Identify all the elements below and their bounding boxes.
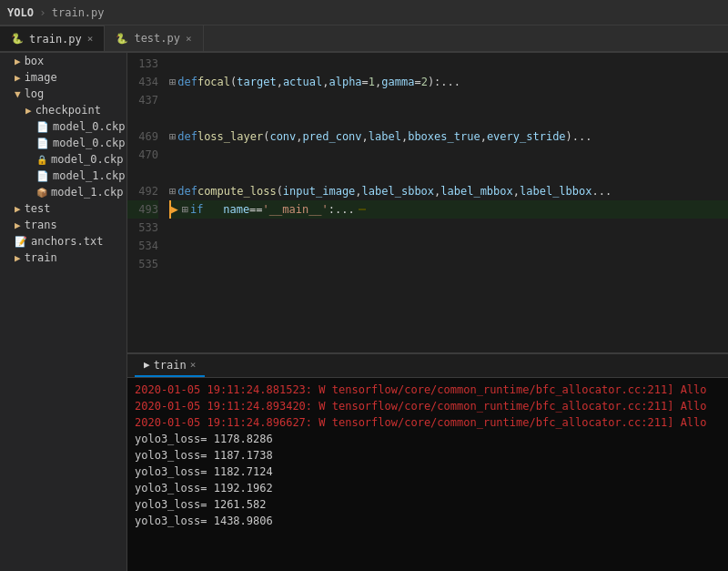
collapse-icon[interactable]: ⊞ — [182, 200, 188, 219]
terminal-tab-close[interactable]: × — [190, 359, 197, 371]
collapse-icon[interactable]: ⊞ — [169, 73, 176, 91]
term-line-9: yolo3_loss= 1438.9806 — [135, 513, 721, 529]
terminal-body: 2020-01-05 19:11:24.881523: W tensorflow… — [127, 378, 728, 533]
sidebar-item-checkpoint[interactable]: ▶ checkpoint — [0, 102, 126, 118]
term-line-4: yolo3_loss= 1178.8286 — [135, 431, 721, 447]
code-line-470 — [169, 146, 728, 164]
top-bar: YOLO › train.py — [0, 0, 728, 25]
code-line-blank2 — [169, 164, 728, 182]
separator: › — [39, 5, 46, 19]
sidebar-item-model1-1[interactable]: 📄 model_1.ckp — [0, 168, 126, 184]
folder-closed-icon: ▶ — [25, 105, 32, 117]
collapse-icon[interactable]: ⊞ — [169, 182, 176, 200]
term-line-1: 2020-01-05 19:11:24.881523: W tensorflow… — [135, 382, 721, 398]
sidebar: ▶ box ▶ image ▼ log ▶ checkpoint 📄 model… — [0, 53, 127, 571]
sidebar-item-model0-2[interactable]: 📄 model_0.ckp — [0, 135, 126, 151]
code-line-535 — [169, 255, 728, 273]
folder-closed-icon: ▶ — [15, 56, 21, 67]
tab-test-close[interactable]: × — [186, 33, 192, 45]
tab-test-label: test.py — [134, 32, 180, 45]
folder-open-icon: ▼ — [15, 88, 21, 100]
terminal-tab-label: train — [154, 359, 187, 372]
editor: 133 434 437 469 470 492 493 533 534 535 — [127, 53, 728, 352]
sidebar-label-anchors: anchors.txt — [31, 235, 103, 248]
sidebar-item-trans[interactable]: ▶ trans — [0, 217, 126, 233]
tab-train-label: train.py — [29, 33, 82, 46]
term-line-3: 2020-01-05 19:11:24.896627: W tensorflow… — [135, 414, 721, 431]
ckp-orange-icon: 📦 — [36, 188, 47, 198]
ckp-file-icon: 📄 — [36, 170, 49, 182]
sidebar-label-model1-1: model_1.ckp — [53, 169, 125, 182]
code-line-434: ⊞ def focal ( target , actual , alpha = … — [169, 73, 728, 91]
sidebar-label-model1-2: model_1.ckp — [51, 186, 123, 199]
tab-train[interactable]: 🐍 train.py × — [0, 25, 105, 51]
debug-arrow: ▶ — [171, 200, 178, 219]
terminal-tab-train[interactable]: ▶ train × — [135, 355, 205, 377]
term-line-2: 2020-01-05 19:11:24.893420: W tensorflow… — [135, 398, 721, 414]
folder-closed-icon: ▶ — [15, 219, 21, 231]
top-filename: train.py — [52, 6, 105, 19]
sidebar-item-model1-2[interactable]: 📦 model_1.ckp — [0, 184, 126, 200]
code-line-534 — [169, 237, 728, 255]
ckp-special-icon: 🔒 — [36, 155, 47, 165]
code-line-133 — [169, 55, 728, 73]
folder-closed-icon: ▶ — [15, 252, 21, 264]
sidebar-item-model0-1[interactable]: 📄 model_0.ckp — [0, 118, 126, 135]
line-numbers: 133 434 437 469 470 492 493 533 534 535 — [127, 53, 166, 352]
term-line-7: yolo3_loss= 1192.1962 — [135, 480, 721, 496]
terminal: ▶ train × 2020-01-05 19:11:24.881523: W … — [127, 352, 728, 571]
sidebar-label-model0-3: model_0.ckp — [51, 153, 123, 166]
code-line-493: ▶ ⊞ if name == '__main__' :... — [169, 200, 728, 219]
sidebar-item-model0-3[interactable]: 🔒 model_0.ckp — [0, 151, 126, 168]
sidebar-label-checkpoint: checkpoint — [35, 104, 101, 117]
sidebar-label-test: test — [25, 202, 51, 215]
term-line-5: yolo3_loss= 1187.1738 — [135, 447, 721, 464]
code-line-533 — [169, 219, 728, 237]
sidebar-item-test[interactable]: ▶ test — [0, 200, 126, 217]
collapse-icon[interactable]: ⊞ — [169, 127, 176, 146]
sidebar-item-log[interactable]: ▼ log — [0, 86, 126, 102]
sidebar-label-image: image — [25, 71, 57, 84]
sidebar-label-model0-1: model_0.ckp — [53, 120, 125, 133]
tab-bar: 🐍 train.py × 🐍 test.py × — [0, 25, 728, 53]
sidebar-item-image[interactable]: ▶ image — [0, 69, 126, 86]
txt-file-icon: 📝 — [15, 236, 27, 248]
ckp-file-icon: 📄 — [36, 138, 49, 149]
sidebar-item-box[interactable]: ▶ box — [0, 53, 126, 69]
tab-test[interactable]: 🐍 test.py × — [105, 25, 203, 51]
folder-closed-icon: ▶ — [15, 72, 21, 84]
code-line-492: ⊞ def compute_loss ( input_image , label… — [169, 182, 728, 200]
sidebar-label-trans: trans — [25, 219, 57, 231]
terminal-tabs: ▶ train × — [127, 354, 728, 378]
term-line-6: yolo3_loss= 1182.7124 — [135, 464, 721, 480]
sidebar-label-model0-2: model_0.ckp — [53, 137, 125, 149]
sidebar-item-train-folder[interactable]: ▶ train — [0, 250, 126, 266]
train-py-icon: 🐍 — [11, 33, 24, 45]
term-line-8: yolo3_loss= 1261.582 — [135, 496, 721, 513]
sidebar-label-box: box — [25, 55, 45, 67]
terminal-run-icon: ▶ — [144, 359, 150, 371]
breakpoint-badge — [359, 209, 366, 210]
tab-train-close[interactable]: × — [87, 33, 94, 45]
code-line-469: ⊞ def loss_layer ( conv , pred_conv , la… — [169, 127, 728, 146]
main-area: ▶ box ▶ image ▼ log ▶ checkpoint 📄 model… — [0, 53, 728, 571]
code-line-blank1 — [169, 109, 728, 127]
sidebar-label-log: log — [25, 87, 45, 100]
sidebar-item-anchors[interactable]: 📝 anchors.txt — [0, 233, 126, 250]
sidebar-label-train-folder: train — [25, 251, 57, 264]
ckp-file-icon: 📄 — [36, 121, 49, 133]
project-label: YOLO — [7, 6, 34, 19]
code-line-437 — [169, 91, 728, 109]
folder-closed-icon: ▶ — [15, 203, 21, 215]
test-py-icon: 🐍 — [116, 33, 128, 45]
code-area: ⊞ def focal ( target , actual , alpha = … — [166, 53, 728, 352]
